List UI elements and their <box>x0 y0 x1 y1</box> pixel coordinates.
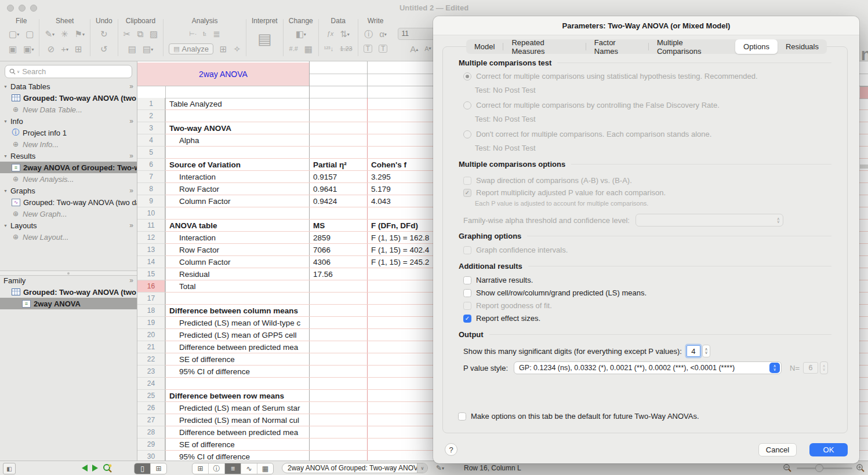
cell-b[interactable] <box>309 293 367 305</box>
cell-a[interactable] <box>165 110 309 122</box>
checkbox-report-effect-sizes[interactable]: ✓ <box>463 315 471 323</box>
cell-a[interactable]: Row Factor <box>165 183 309 195</box>
sidebar-item-new-info[interactable]: ⊕New Info... <box>0 138 137 150</box>
cell-b[interactable] <box>309 414 367 426</box>
sort-icon[interactable]: ⇅▾ <box>340 30 350 38</box>
cell-a[interactable]: Difference between predicted mea <box>165 341 309 353</box>
duplicate-sheet-icon[interactable]: ⊞ <box>75 45 82 53</box>
cell-b[interactable]: 17.56 <box>309 268 367 280</box>
zoom-slider-track[interactable] <box>797 467 852 469</box>
cell-a[interactable]: Total <box>165 280 309 293</box>
greek-letter-icon[interactable]: α▾ <box>379 30 387 38</box>
cell-b[interactable]: MS <box>309 220 367 232</box>
cell-b[interactable] <box>309 110 367 122</box>
chevrons-right-icon[interactable]: » <box>129 117 133 125</box>
sidebar-item-grouped-two-way-anova-two-d[interactable]: Grouped: Two-way ANOVA (two d <box>0 92 137 104</box>
zoom-slider-thumb[interactable] <box>815 464 823 472</box>
row-number-cell[interactable]: 25 <box>137 390 165 402</box>
new-file-icon[interactable]: ▢▾ <box>9 30 19 38</box>
sidebar-item-project-info-1[interactable]: ⓘProject info 1 <box>0 127 137 138</box>
sidebar-item-new-analysis[interactable]: ⊕New Analysis... <box>0 173 137 185</box>
sidebar-item-new-graph[interactable]: ⊕New Graph... <box>0 208 137 220</box>
swap-direction-checkbox[interactable] <box>463 177 471 185</box>
cell-b[interactable] <box>309 329 367 341</box>
row-number-cell[interactable]: 23 <box>137 366 165 378</box>
sidebar-item-grouped-two-way-anova-two-d[interactable]: Grouped: Two-way ANOVA (two d <box>0 286 137 298</box>
sidebar-section-results[interactable]: ▼Results» <box>0 150 137 162</box>
cell-a[interactable]: Predicted (LS) mean of Wild-type c <box>165 317 309 329</box>
results-view-button[interactable]: ≡ <box>224 463 241 474</box>
cell-b[interactable] <box>309 147 367 159</box>
row-number-cell[interactable]: 11 <box>137 220 165 232</box>
chevrons-right-icon[interactable]: » <box>129 187 133 195</box>
cell-b[interactable]: 4306 <box>309 256 367 268</box>
paste-special-icon[interactable]: ▤▾ <box>143 45 153 53</box>
back-icon[interactable] <box>82 465 88 472</box>
cell-b[interactable] <box>309 122 367 134</box>
save-icon[interactable]: ▣ <box>9 45 17 53</box>
mc-radio-3[interactable] <box>463 130 471 138</box>
tab-options[interactable]: Options <box>735 39 778 54</box>
increase-font-icon[interactable]: A▴ <box>410 45 418 53</box>
zoom-in-icon[interactable] <box>856 463 865 473</box>
row-number-cell[interactable]: 5 <box>137 147 165 159</box>
row-number-cell[interactable]: 9 <box>137 195 165 207</box>
cell-b[interactable]: 2859 <box>309 232 367 244</box>
p-value-style-select[interactable]: GP: 0.1234 (ns), 0.0332 (*), 0.0021 (**)… <box>514 361 782 374</box>
significant-digits-input[interactable]: 4 <box>687 345 700 357</box>
chevrons-right-icon[interactable]: » <box>129 221 133 229</box>
cell-a[interactable] <box>165 147 309 159</box>
cell-a[interactable]: Column Factor <box>165 256 309 268</box>
cell-a[interactable]: SE of difference <box>165 353 309 366</box>
sidebar-item-2way-anova[interactable]: ≡2way ANOVA <box>0 298 137 309</box>
cell-a[interactable]: Difference between column means <box>165 305 309 317</box>
row-number-cell[interactable]: 12 <box>137 232 165 244</box>
row-number-cell[interactable]: 3 <box>137 122 165 134</box>
tab-repeated-measures[interactable]: Repeated Measures <box>503 39 585 54</box>
cell-b[interactable]: 0.9641 <box>309 183 367 195</box>
cell-b[interactable] <box>309 366 367 378</box>
delete-sheet-icon[interactable]: ⊘ <box>48 45 55 53</box>
cell-b[interactable] <box>309 341 367 353</box>
cell-a[interactable]: SE of difference <box>165 439 309 451</box>
cell-a[interactable]: Predicted (LS) mean of Normal cul <box>165 414 309 426</box>
chevrons-right-icon[interactable]: » <box>129 276 133 284</box>
copy-icon[interactable]: ⧉ <box>137 30 143 38</box>
row-number-cell[interactable]: 1 <box>137 98 165 110</box>
row-number-cell[interactable]: 6 <box>137 159 165 171</box>
tab-multiple-comparisons[interactable]: Multiple Comparisons <box>649 39 735 54</box>
cell-a[interactable]: Residual <box>165 268 309 280</box>
gallery-view-button[interactable]: ⊞ <box>150 463 166 474</box>
cell-a[interactable]: Interaction <box>165 232 309 244</box>
cell-b[interactable]: 0.9157 <box>309 171 367 183</box>
cell-b[interactable] <box>309 439 367 451</box>
checkbox-show-cell-row-column-grand-predicted-ls-means[interactable] <box>463 289 471 297</box>
cell-b[interactable]: 0.9424 <box>309 195 367 207</box>
layouts-view-button[interactable]: ▦ <box>257 463 273 474</box>
sidebar-section-data-tables[interactable]: ▼Data Tables» <box>0 81 137 92</box>
tab-residuals[interactable]: Residuals <box>778 39 827 54</box>
row-number-cell[interactable]: 4 <box>137 134 165 147</box>
row-number-cell[interactable]: 18 <box>137 305 165 317</box>
row-number-cell[interactable]: 22 <box>137 353 165 366</box>
cell-a[interactable]: Alpha <box>165 134 309 147</box>
mc-radio-1[interactable] <box>463 72 471 81</box>
paste-icon[interactable]: ▤ <box>128 45 136 53</box>
undo-icon[interactable]: ↺ <box>100 45 108 53</box>
data-tables-view-button[interactable]: ⊞ <box>193 463 208 474</box>
checkbox-report-goodness-of-fit[interactable] <box>463 302 471 310</box>
cell-b[interactable]: Partial η² <box>309 159 367 171</box>
cell-a[interactable]: ANOVA table <box>165 220 309 232</box>
n-value-stepper[interactable]: ∧∨ <box>820 361 828 374</box>
cell-a[interactable] <box>165 378 309 390</box>
redo-icon[interactable]: ↻ <box>100 30 108 38</box>
cell-a[interactable]: 95% CI of difference <box>165 366 309 378</box>
cell-b[interactable] <box>309 280 367 293</box>
cell-a[interactable]: Difference between predicted mea <box>165 426 309 439</box>
transform-icon[interactable]: ƒx <box>327 31 334 37</box>
row-number-cell[interactable]: 29 <box>137 439 165 451</box>
collapse-sidebar-button[interactable]: ◧ <box>3 463 16 474</box>
cell-b[interactable] <box>309 451 367 461</box>
wizard-icon[interactable]: ✧ <box>233 45 241 53</box>
sidebar-section-layouts[interactable]: ▼Layouts» <box>0 220 137 231</box>
